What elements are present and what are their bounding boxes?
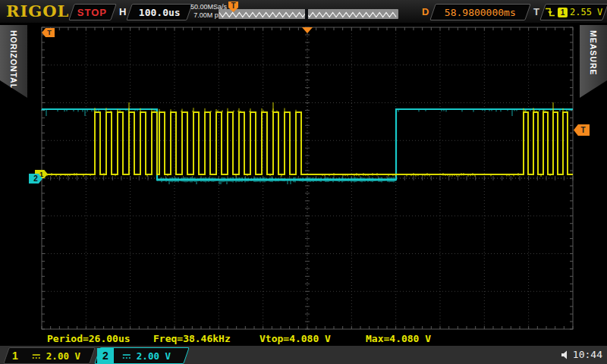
channel2-badge: 2: [97, 348, 114, 363]
channel1-status[interactable]: 1 2.00 V: [3, 347, 96, 364]
waveform-display: [0, 0, 607, 364]
dc-coupling-icon: [121, 352, 132, 359]
measurement-period: Period=26.00us: [47, 333, 131, 344]
channel1-scale: 2.00 V: [46, 350, 80, 362]
status-bar: 1 2.00 V 2 2.00 V 10:: [0, 346, 607, 364]
channel2-scale: 2.00 V: [137, 350, 171, 362]
channel2-status[interactable]: 2 2.00 V: [94, 347, 190, 364]
dc-coupling-icon: [31, 352, 42, 359]
measurement-vtop: Vtop=4.080 V: [259, 333, 331, 344]
oscilloscope-screen: RIGOL STOP H 100.0us 50.00MSa/s 7.00M pt…: [0, 0, 607, 364]
speaker-icon: [561, 350, 570, 359]
clock: 10:44: [573, 349, 602, 360]
measurement-max: Max=4.080 V: [366, 333, 431, 344]
measurements-row: Period=26.00us Freq=38.46kHz Vtop=4.080 …: [0, 331, 607, 346]
measurement-freq: Freq=38.46kHz: [153, 333, 231, 344]
channel1-badge: 1: [7, 350, 24, 362]
